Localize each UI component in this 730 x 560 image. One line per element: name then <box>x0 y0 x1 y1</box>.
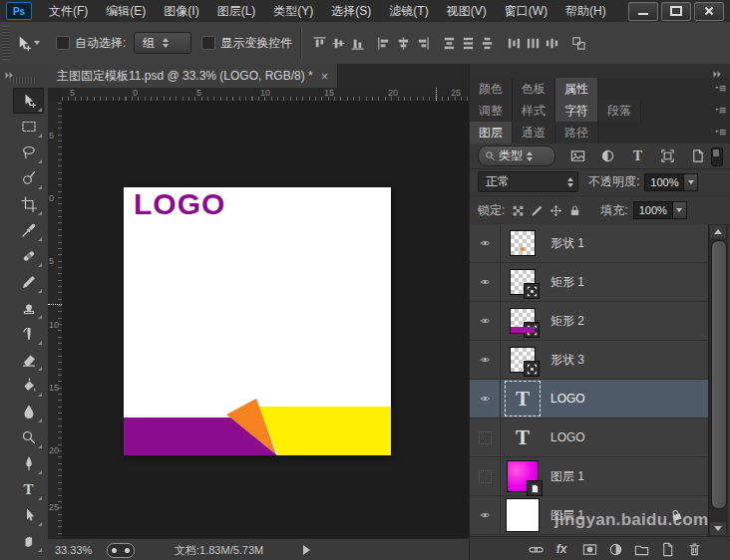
crop-tool[interactable] <box>13 191 44 217</box>
filter-type-layers-icon[interactable]: T <box>629 147 646 164</box>
tab-close-icon[interactable]: × <box>321 69 329 84</box>
layers-scrollbar[interactable] <box>708 224 728 536</box>
menu-item-3[interactable]: 图层(L) <box>208 0 265 22</box>
lock-all-icon[interactable] <box>565 202 584 218</box>
visibility-toggle[interactable] <box>470 341 501 379</box>
visibility-toggle[interactable] <box>470 496 501 534</box>
layer-thumbnail[interactable]: T <box>501 381 545 417</box>
auto-align-layers-icon[interactable] <box>571 36 586 51</box>
eyedropper-tool[interactable] <box>13 217 44 243</box>
tab-路径[interactable]: 路径 <box>555 122 598 143</box>
new-group-icon[interactable] <box>633 541 649 557</box>
menu-item-7[interactable]: 视图(V) <box>438 0 496 22</box>
visibility-toggle[interactable] <box>470 457 501 495</box>
fill-field[interactable]: 100% <box>633 201 687 219</box>
distribute-right-edges-icon[interactable] <box>545 36 559 51</box>
auto-select-dropdown[interactable]: 组 <box>134 32 191 54</box>
rectangular-marquee-tool[interactable] <box>13 114 44 140</box>
filter-smart-objects-icon[interactable] <box>689 147 706 164</box>
layer-styles-icon[interactable]: fx <box>553 541 569 557</box>
pen-tool[interactable] <box>13 450 44 476</box>
tab-图层[interactable]: 图层 <box>470 122 513 143</box>
visibility-toggle[interactable] <box>470 419 501 456</box>
collapse-tools-icon[interactable] <box>3 67 17 77</box>
align-right-edges-icon[interactable] <box>415 36 430 51</box>
layer-row-2[interactable]: 矩形 2 <box>470 302 708 341</box>
menu-item-4[interactable]: 类型(Y) <box>264 0 322 22</box>
auto-select-checkbox[interactable] <box>56 36 70 50</box>
menu-item-6[interactable]: 滤镜(T) <box>380 0 437 22</box>
distribute-vertical-centers-icon[interactable] <box>461 36 476 51</box>
align-vertical-centers-icon[interactable] <box>331 36 346 51</box>
paint-bucket-tool[interactable] <box>13 373 44 399</box>
panel-menu-icon[interactable] <box>709 100 730 122</box>
tab-样式[interactable]: 样式 <box>513 100 555 122</box>
layer-thumbnail[interactable] <box>501 460 545 492</box>
link-layers-icon[interactable] <box>528 541 544 557</box>
visibility-toggle[interactable] <box>470 302 501 340</box>
scroll-up-icon[interactable] <box>710 225 726 238</box>
distribute-bottom-edges-icon[interactable] <box>480 36 495 51</box>
fill-dropdown-icon[interactable] <box>673 201 687 219</box>
eraser-tool[interactable] <box>13 347 44 373</box>
path-selection-tool[interactable] <box>13 502 44 528</box>
visibility-toggle[interactable] <box>470 263 501 301</box>
tool-preset-dropdown-icon[interactable] <box>34 41 40 45</box>
layer-thumbnail[interactable]: T <box>501 420 545 454</box>
minimize-button[interactable] <box>628 2 658 21</box>
tab-色板[interactable]: 色板 <box>513 78 555 100</box>
history-brush-tool[interactable] <box>13 321 44 347</box>
scroll-down-icon[interactable] <box>710 522 726 535</box>
visibility-toggle[interactable] <box>470 380 501 418</box>
new-fill-adjustment-layer-icon[interactable] <box>607 541 623 557</box>
menu-item-2[interactable]: 图像(I) <box>155 0 207 22</box>
layer-filter-type-dropdown[interactable]: 类型 <box>478 145 555 166</box>
align-left-edges-icon[interactable] <box>377 36 392 51</box>
status-options-arrow-icon[interactable] <box>303 545 310 555</box>
layer-thumbnail[interactable] <box>501 347 545 373</box>
layer-row-5[interactable]: TLOGO <box>470 419 708 457</box>
align-bottom-edges-icon[interactable] <box>350 36 365 51</box>
tab-颜色[interactable]: 颜色 <box>470 78 513 100</box>
layer-row-1[interactable]: 矩形 1 <box>470 263 708 302</box>
tab-调整[interactable]: 调整 <box>470 100 513 122</box>
filter-pixel-layers-icon[interactable] <box>569 147 586 164</box>
close-button[interactable] <box>694 2 724 21</box>
blend-mode-dropdown[interactable]: 正常 <box>478 171 578 192</box>
zoom-level[interactable]: 33.33% <box>55 544 99 556</box>
brush-tool[interactable] <box>13 269 44 295</box>
show-transform-checkbox[interactable] <box>201 36 215 50</box>
opacity-field[interactable]: 100% <box>644 173 698 191</box>
layer-thumbnail[interactable] <box>501 230 545 256</box>
pasteboard[interactable]: LOGO <box>62 101 469 540</box>
maximize-button[interactable] <box>661 2 691 21</box>
layer-row-3[interactable]: 形状 3 <box>470 341 708 380</box>
quick-selection-tool[interactable] <box>13 165 44 191</box>
options-bar-grip[interactable] <box>2 26 9 60</box>
layer-row-6[interactable]: 图层 1 <box>470 457 708 496</box>
document-tab[interactable]: 主图固定模板11.psd @ 33.3% (LOGO, RGB/8) * × <box>48 64 338 88</box>
spot-healing-brush-tool[interactable] <box>13 243 44 269</box>
lock-image-pixels-icon[interactable] <box>528 202 547 218</box>
distribute-horizontal-centers-icon[interactable] <box>526 36 541 51</box>
horizontal-type-tool[interactable]: T <box>13 476 44 502</box>
dodge-tool[interactable] <box>13 424 44 450</box>
collapse-panels-icon[interactable] <box>711 66 725 76</box>
layer-row-7[interactable]: 图层 1 <box>470 496 708 535</box>
delete-layer-icon[interactable] <box>686 541 702 557</box>
menu-item-1[interactable]: 编辑(E) <box>97 0 155 22</box>
layer-row-0[interactable]: 形状 1 <box>470 224 708 263</box>
tools-dock-grip[interactable] <box>10 77 37 84</box>
add-layer-mask-icon[interactable] <box>581 541 597 557</box>
opacity-value[interactable]: 100% <box>644 173 684 191</box>
filter-toggle-switch[interactable] <box>711 147 723 166</box>
new-layer-icon[interactable] <box>659 541 675 557</box>
canvas[interactable]: LOGO <box>124 187 391 455</box>
align-horizontal-centers-icon[interactable] <box>396 36 411 51</box>
align-top-edges-icon[interactable] <box>312 36 327 51</box>
lock-position-icon[interactable] <box>547 202 565 218</box>
layer-thumbnail[interactable] <box>501 308 545 334</box>
menu-item-5[interactable]: 选择(S) <box>322 0 380 22</box>
move-tool[interactable] <box>13 88 44 114</box>
layer-thumbnail[interactable] <box>501 269 545 295</box>
